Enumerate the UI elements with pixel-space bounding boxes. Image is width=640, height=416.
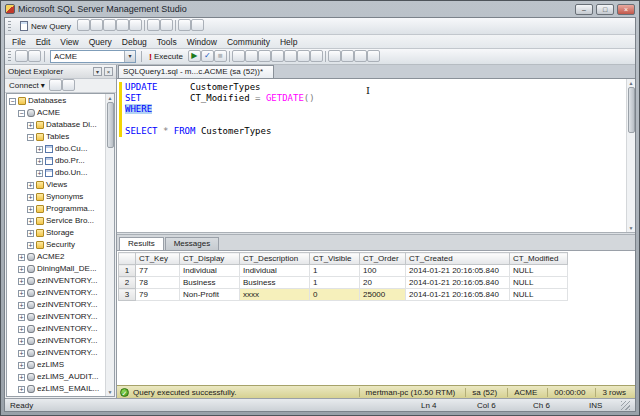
menu-help[interactable]: Help (275, 37, 302, 47)
code-line[interactable] (117, 115, 626, 126)
grid-cell[interactable]: 78 (136, 277, 180, 289)
code-line[interactable]: UPDATE CustomerTypes (117, 82, 626, 93)
decrease-indent-icon[interactable] (354, 50, 367, 62)
grid-cell[interactable]: 0 (310, 289, 360, 301)
scrollbar-thumb[interactable] (107, 102, 114, 148)
grid-cell[interactable]: 77 (136, 265, 180, 277)
tree-item-ezinventory[interactable]: +ezINVENTORY... (7, 335, 105, 347)
grid-column-header[interactable]: CT_Key (136, 253, 180, 265)
filter-icon[interactable] (62, 79, 75, 91)
grid-cell[interactable]: Business (180, 277, 240, 289)
close-button[interactable]: × (617, 4, 635, 15)
tree-item-ezinventory[interactable]: +ezINVENTORY... (7, 287, 105, 299)
grid-row-number[interactable]: 3 (119, 289, 136, 301)
grid-cell[interactable]: NULL (510, 277, 568, 289)
grid-cell[interactable]: NULL (510, 289, 568, 301)
collapse-icon[interactable]: − (9, 98, 16, 105)
scroll-up-icon[interactable]: ▲ (629, 79, 634, 87)
query-options-icon[interactable] (232, 50, 245, 62)
scrollbar-thumb[interactable] (628, 87, 635, 133)
analysis-services-query-icon[interactable] (90, 19, 103, 31)
expand-icon[interactable]: + (27, 242, 34, 249)
tree-item-views[interactable]: +Views (7, 179, 105, 191)
tree-scrollbar[interactable]: ▲ ▼ (105, 94, 114, 396)
tree-item-ezlims-audit[interactable]: +ezLIMS_AUDIT... (7, 371, 105, 383)
uncomment-icon[interactable] (341, 50, 354, 62)
grid-cell[interactable]: 25000 (360, 289, 406, 301)
save-icon[interactable] (116, 19, 129, 31)
menu-view[interactable]: View (55, 37, 83, 47)
change-connection-icon[interactable] (28, 50, 41, 62)
parse-icon[interactable]: ✓ (201, 50, 214, 62)
code-line[interactable]: SELECT * FROM CustomerTypes (117, 126, 626, 137)
solution-explorer-icon[interactable] (191, 19, 204, 31)
grid-row-number[interactable]: 2 (119, 277, 136, 289)
grid-row-number[interactable]: 1 (119, 265, 136, 277)
activity-monitor-icon[interactable] (160, 19, 173, 31)
expand-icon[interactable]: + (18, 254, 25, 261)
tree-item-database-di[interactable]: +Database Di... (7, 119, 105, 131)
tree-item-dbo-un[interactable]: +dbo.Un... (7, 167, 105, 179)
tree-item-ezinventory[interactable]: +ezINVENTORY... (7, 299, 105, 311)
tree-item-tables[interactable]: −Tables (7, 131, 105, 143)
menu-query[interactable]: Query (84, 37, 117, 47)
connect-database-icon[interactable] (15, 50, 28, 62)
query-document-tab[interactable]: SQLQuery1.sql - m...c.ACME (sa (52))* (118, 65, 274, 78)
expand-icon[interactable]: + (27, 122, 34, 129)
grid-cell[interactable]: 79 (136, 289, 180, 301)
intellisense-icon[interactable] (245, 50, 258, 62)
expand-icon[interactable]: + (18, 350, 25, 357)
grid-column-header[interactable]: CT_Modified (510, 253, 568, 265)
expand-icon[interactable]: + (18, 278, 25, 285)
tree-item-storage[interactable]: +Storage (7, 227, 105, 239)
resize-grip[interactable] (621, 401, 630, 410)
expand-icon[interactable]: + (18, 302, 25, 309)
menu-community[interactable]: Community (222, 37, 275, 47)
expand-icon[interactable]: + (18, 266, 25, 273)
connect-button[interactable]: Connect ▾ (7, 81, 47, 90)
database-engine-query-icon[interactable] (77, 19, 90, 31)
menu-edit[interactable]: Edit (31, 37, 56, 47)
tree-item-ezinventory[interactable]: +ezINVENTORY... (7, 347, 105, 359)
menu-file[interactable]: File (7, 37, 31, 47)
comment-out-icon[interactable] (328, 50, 341, 62)
cancel-query-icon[interactable]: ■ (214, 50, 227, 62)
open-file-icon[interactable] (103, 19, 116, 31)
grid-cell[interactable]: Individual (180, 265, 240, 277)
tree-item-diningmall-de[interactable]: +DiningMall_DE... (7, 263, 105, 275)
results-to-file-icon[interactable] (310, 50, 323, 62)
grid-column-header[interactable]: CT_Created (406, 253, 510, 265)
collapse-icon[interactable]: − (27, 134, 34, 141)
expand-icon[interactable]: + (18, 362, 25, 369)
grid-cell[interactable]: 100 (360, 265, 406, 277)
grid-column-header[interactable]: CT_Visible (310, 253, 360, 265)
tree-item-dbo-cu[interactable]: +dbo.Cu... (7, 143, 105, 155)
grid-cell[interactable]: Individual (240, 265, 310, 277)
include-client-statistics-icon[interactable] (271, 50, 284, 62)
registered-servers-icon[interactable] (178, 19, 191, 31)
grid-cell[interactable]: NULL (510, 265, 568, 277)
expand-icon[interactable]: + (27, 182, 34, 189)
collapse-icon[interactable]: − (18, 110, 25, 117)
tree-item-ezinventory[interactable]: +ezINVENTORY... (7, 323, 105, 335)
tree-item-ezinventory[interactable]: +ezINVENTORY... (7, 311, 105, 323)
expand-icon[interactable]: + (18, 314, 25, 321)
tree-item-ezlims-email[interactable]: +ezLIMS_EMAIL... (7, 383, 105, 395)
expand-icon[interactable]: + (36, 170, 43, 177)
tree-item-ezinventory[interactable]: +ezINVENTORY... (7, 275, 105, 287)
grid-cell[interactable]: 1 (310, 265, 360, 277)
expand-icon[interactable]: + (36, 146, 43, 153)
increase-indent-icon[interactable] (367, 50, 380, 62)
menu-window[interactable]: Window (182, 37, 222, 47)
debug-icon[interactable]: ▶ (188, 50, 201, 62)
expand-icon[interactable]: + (27, 230, 34, 237)
panel-close-icon[interactable]: × (104, 67, 113, 76)
expand-icon[interactable]: + (27, 218, 34, 225)
code-line[interactable]: WHERE (117, 104, 626, 115)
tree-item-security[interactable]: +Security (7, 239, 105, 251)
tree-item-ezlims[interactable]: +ezLIMS (7, 359, 105, 371)
expand-icon[interactable]: + (18, 290, 25, 297)
save-all-icon[interactable] (129, 19, 142, 31)
expand-icon[interactable]: + (18, 326, 25, 333)
window-position-icon[interactable]: ▾ (93, 67, 102, 76)
